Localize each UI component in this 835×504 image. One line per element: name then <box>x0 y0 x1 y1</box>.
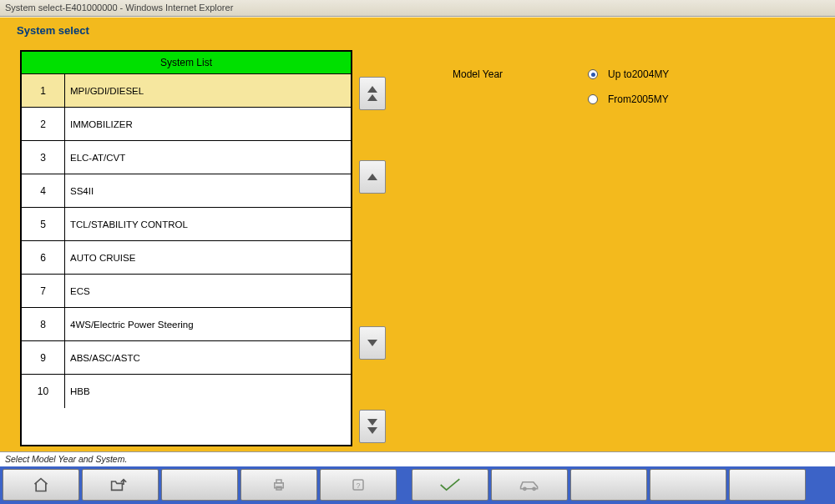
row-label: AUTO CRUISE <box>65 253 135 263</box>
row-number: 2 <box>22 108 65 140</box>
help-icon: ? <box>350 477 367 492</box>
double-chevron-up-icon <box>367 86 377 101</box>
scroll-column <box>359 50 386 446</box>
model-year-option-1[interactable]: From2005MY <box>608 93 669 105</box>
radio-checked-icon <box>588 69 598 79</box>
left-panel: System List 1MPI/GDI/DIESEL2IMMOBILIZER3… <box>20 50 387 446</box>
toolbar-button-8[interactable] <box>570 469 647 501</box>
row-number: 3 <box>22 141 65 174</box>
print-icon <box>271 477 287 492</box>
print-button[interactable] <box>240 469 317 501</box>
scroll-down-button[interactable] <box>359 326 386 360</box>
row-label: MPI/GDI/DIESEL <box>65 86 144 96</box>
window-titlebar: System select-E401000000 - Windows Inter… <box>0 0 835 17</box>
check-icon <box>439 477 461 492</box>
scroll-top-button[interactable] <box>359 77 386 110</box>
scroll-bottom-button[interactable] <box>359 410 386 443</box>
page-title: System select <box>17 24 89 37</box>
home-icon <box>32 476 50 493</box>
system-row-8[interactable]: 9ABS/ASC/ASTC <box>22 341 351 375</box>
model-year-option-0[interactable]: Up to2004MY <box>608 68 669 80</box>
model-year-label: Model Year <box>453 68 578 80</box>
bottom-toolbar: ? <box>0 466 835 504</box>
system-row-3[interactable]: 4SS4II <box>22 174 351 208</box>
model-year-row-0: Model Year Up to2004MY <box>453 62 807 87</box>
help-button[interactable]: ? <box>320 469 397 501</box>
system-row-7[interactable]: 84WS/Electric Power Steering <box>22 308 351 341</box>
row-label: SS4II <box>65 186 94 196</box>
main-area: System List 1MPI/GDI/DIESEL2IMMOBILIZER3… <box>0 42 835 451</box>
svg-rect-1 <box>276 480 281 483</box>
system-row-1[interactable]: 2IMMOBILIZER <box>22 108 351 141</box>
row-label: TCL/STABILITY CONTROL <box>65 219 188 229</box>
row-label: ECS <box>65 286 90 296</box>
row-label: HBB <box>65 386 90 396</box>
home-button[interactable] <box>3 469 79 501</box>
system-row-2[interactable]: 3ELC-AT/CVT <box>22 141 351 174</box>
car-icon <box>519 478 540 491</box>
folder-up-icon <box>110 476 130 493</box>
vehicle-button[interactable] <box>491 469 568 501</box>
chevron-up-icon <box>367 174 377 180</box>
model-year-radio-1[interactable] <box>578 94 608 104</box>
system-row-6[interactable]: 7ECS <box>22 275 351 308</box>
toolbar-button-9[interactable] <box>650 469 726 501</box>
system-row-0[interactable]: 1MPI/GDI/DIESEL <box>22 74 351 108</box>
row-label: ABS/ASC/ASTC <box>65 353 140 363</box>
system-row-5[interactable]: 6AUTO CRUISE <box>22 241 351 275</box>
system-row-9[interactable]: 10HBB <box>22 375 351 408</box>
double-chevron-down-icon <box>367 419 377 434</box>
system-row-4[interactable]: 5TCL/STABILITY CONTROL <box>22 208 351 241</box>
system-list-table: System List 1MPI/GDI/DIESEL2IMMOBILIZER3… <box>20 50 352 446</box>
status-text: Select Model Year and System. <box>5 454 127 464</box>
confirm-button[interactable] <box>412 469 488 501</box>
row-number: 9 <box>22 341 65 374</box>
model-year-row-1: From2005MY <box>453 87 807 112</box>
toolbar-button-10[interactable] <box>729 469 806 501</box>
row-number: 5 <box>22 208 65 240</box>
system-list-header: System List <box>22 52 351 74</box>
page-header: System select <box>0 17 835 42</box>
row-number: 1 <box>22 74 65 107</box>
up-button[interactable] <box>82 469 159 501</box>
row-number: 6 <box>22 241 65 274</box>
svg-text:?: ? <box>356 481 360 490</box>
row-number: 7 <box>22 275 65 307</box>
scroll-up-button[interactable] <box>359 160 386 194</box>
window-title-text: System select-E401000000 - Windows Inter… <box>5 3 233 13</box>
chevron-down-icon <box>367 340 377 346</box>
row-number: 10 <box>22 375 65 408</box>
row-label: ELC-AT/CVT <box>65 153 125 163</box>
right-panel: Model Year Up to2004MY From2005MY <box>394 50 823 446</box>
row-number: 8 <box>22 308 65 340</box>
toolbar-button-3[interactable] <box>161 469 238 501</box>
row-label: 4WS/Electric Power Steering <box>65 320 194 330</box>
row-label: IMMOBILIZER <box>65 119 133 129</box>
model-year-radio-0[interactable] <box>578 69 608 79</box>
row-number: 4 <box>22 174 65 207</box>
status-bar: Select Model Year and System. <box>0 451 835 466</box>
radio-unchecked-icon <box>588 94 598 104</box>
